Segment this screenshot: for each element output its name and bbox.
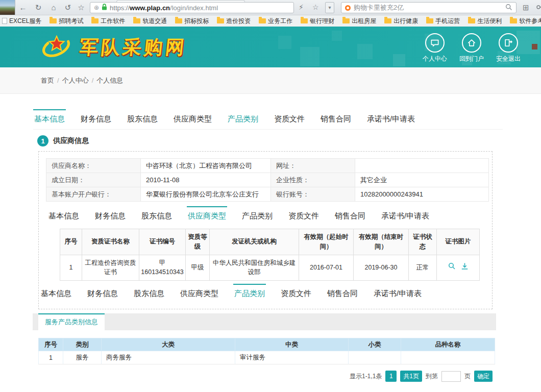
back-icon[interactable]: ← [17, 3, 29, 13]
bookmark-item[interactable]: 业务工作 [259, 17, 292, 26]
bookmark-item[interactable]: 招聘考试 [50, 17, 83, 26]
bookmark-label: 造价投资 [226, 17, 251, 26]
info-label: 供应商名称： [46, 159, 141, 173]
tab-row3-item3[interactable]: 股东信息 [133, 284, 165, 304]
tab-row2-item7[interactable]: 销售合同 [334, 206, 366, 226]
tab-row3-item5[interactable]: 产品类别 [233, 284, 266, 304]
bookmark-item[interactable]: 银行理财 [301, 17, 334, 26]
tab-row2-item6[interactable]: 资质文件 [287, 206, 320, 226]
tab-row1-item8[interactable]: 承诺书/申请表 [366, 109, 416, 129]
cert-column-header: 发证机关或机构 [210, 229, 299, 255]
bookmark-item[interactable]: 招标投标 [175, 17, 209, 26]
total-pages-button: 共1页 [400, 371, 422, 382]
site-info-icon[interactable]: ⊕ [94, 4, 99, 11]
cert-column-header: 有效期（起始时间） [299, 229, 354, 255]
page-number-button[interactable]: 1 [385, 371, 397, 382]
address-bar[interactable]: ⊕ https://www.plap.cn/login/index.html [90, 2, 294, 13]
bookmark-item[interactable]: 出租房屋 [342, 17, 376, 26]
cert-cell: 甲 160134510343 [139, 255, 186, 281]
product-cell: 服务 [63, 351, 102, 364]
tab-row3-item2[interactable]: 财务信息 [86, 284, 119, 304]
bookmark-item[interactable]: 手机运营 [426, 17, 460, 26]
pagination-bar: 显示1-1,1条 1 共1页 到第 页 确定 [350, 371, 493, 382]
bookmark-item[interactable]: 软件参考 [510, 17, 541, 26]
tab-row3-item7[interactable]: 销售合同 [326, 284, 359, 304]
preview-magnifier-icon[interactable] [448, 262, 456, 273]
tabs-row-1: 基本信息财务信息股东信息供应商类型产品类别资质文件销售合同承诺书/申请表 [33, 109, 503, 130]
search-magnifier-icon[interactable] [505, 4, 512, 12]
tab-row1-item3[interactable]: 股东信息 [126, 109, 159, 129]
bookmark-label: 生活便利 [477, 17, 502, 26]
lightning-icon[interactable]: ⚡ [299, 3, 304, 11]
cert-column-header: 证书图片 [437, 229, 480, 255]
browser-search-box[interactable]: 购物卡里被充2亿 [341, 2, 517, 13]
product-subtab-bar: 服务产品类别信息 [33, 313, 496, 330]
cert-table-row: 1工程造价咨询资质证书甲 160134510343甲级中华人民共和国住房和城乡建… [60, 255, 480, 281]
tab-row1-item5[interactable]: 产品类别 [227, 109, 259, 129]
tab-row2-item5[interactable]: 产品类别 [241, 206, 274, 226]
tab-row2-item8[interactable]: 承诺书/申请表 [380, 206, 430, 226]
header-deco-block [357, 44, 373, 59]
info-label: 网址： [271, 159, 355, 173]
download-icon[interactable] [461, 262, 469, 273]
refresh-icon[interactable]: ↻ [33, 3, 44, 13]
https-lock-icon [102, 4, 107, 12]
breadcrumb-item[interactable]: 个人中心 [62, 77, 89, 84]
favorites-star-icon[interactable]: ☆ [76, 3, 87, 13]
breadcrumb-item[interactable]: 首页 [41, 77, 54, 84]
product-column-header: 小类 [349, 338, 401, 351]
bookmark-item[interactable]: 轨道交通 [133, 17, 167, 26]
header-deco-block [393, 54, 405, 66]
tab-row1-item1[interactable]: 基本信息 [33, 109, 66, 129]
browser-skin-thumbnail[interactable] [0, 0, 15, 15]
subtab-service-product-category[interactable]: 服务产品类别信息 [38, 313, 105, 330]
cert-cell: 正常 [409, 255, 437, 281]
page-icon [2, 18, 7, 24]
cert-column-header: 证书状态 [409, 229, 437, 255]
tab-row3-item4[interactable]: 供应商类型 [179, 284, 219, 304]
product-cell [349, 351, 401, 364]
bookmark-label: 出行健康 [394, 17, 418, 26]
bookmark-item[interactable]: 造价投资 [217, 17, 251, 26]
goto-page-input[interactable] [441, 371, 461, 382]
grid-apps-icon[interactable]: ⊞ [523, 3, 529, 12]
confirm-button[interactable]: 确定 [474, 371, 493, 382]
tab-row1-item2[interactable]: 财务信息 [80, 109, 112, 129]
breadcrumb: 首页/个人中心/个人信息 [41, 77, 123, 84]
tab-row2-item4[interactable]: 供应商类型 [187, 206, 227, 226]
header-deco-block [425, 34, 442, 51]
tab-row1-item4[interactable]: 供应商类型 [173, 109, 213, 129]
key-icon[interactable] [536, 3, 541, 13]
home-icon [462, 33, 481, 53]
search-engine-icon [345, 5, 351, 11]
cert-column-header: 证书编号 [139, 229, 186, 255]
bookmark-label: 招聘考试 [59, 17, 83, 26]
tab-row2-item1[interactable]: 基本信息 [47, 206, 80, 226]
tab-row3-item6[interactable]: 资质文件 [280, 284, 312, 304]
bookmark-star-icon[interactable]: ☆ [312, 3, 319, 11]
dropdown-caret-icon[interactable]: ▾ [325, 2, 334, 13]
home-icon[interactable]: ⌂ [48, 3, 59, 13]
cert-cell: 2016-07-01 [299, 255, 354, 281]
undo-icon[interactable]: ↺ [62, 3, 73, 13]
folder-icon [342, 18, 350, 23]
site-title: 军队采购网 [78, 35, 188, 60]
tab-row1-item6[interactable]: 资质文件 [273, 109, 306, 129]
bookmark-label: EXCEL服务 [9, 17, 41, 26]
bookmark-item[interactable]: 生活便利 [468, 17, 502, 26]
bookmark-item[interactable]: 工作软件 [91, 17, 125, 26]
cert-cell: 1 [60, 255, 82, 281]
tab-row3-item1[interactable]: 基本信息 [40, 284, 72, 304]
search-suggestion-text[interactable]: 购物卡里被充2亿 [354, 3, 502, 12]
tab-row2-item3[interactable]: 股东信息 [140, 206, 173, 226]
header-deco-block [517, 31, 540, 54]
bookmark-item[interactable]: EXCEL服务 [2, 17, 41, 26]
tab-row3-item8[interactable]: 承诺书/申请表 [373, 284, 423, 304]
tab-row2-item2[interactable]: 财务信息 [94, 206, 127, 226]
site-logo[interactable]: 军队采购网 [41, 32, 187, 63]
cert-table-head-row: 序号资质证书名称证书编号资质等级发证机关或机构有效期（起始时间）有效期（结束时间… [60, 229, 480, 255]
tab-row1-item7[interactable]: 销售合同 [319, 109, 352, 129]
pagination-summary: 显示1-1,1条 [350, 372, 382, 381]
bookmark-label: 手机运营 [435, 17, 460, 26]
bookmark-item[interactable]: 出行健康 [384, 17, 418, 26]
